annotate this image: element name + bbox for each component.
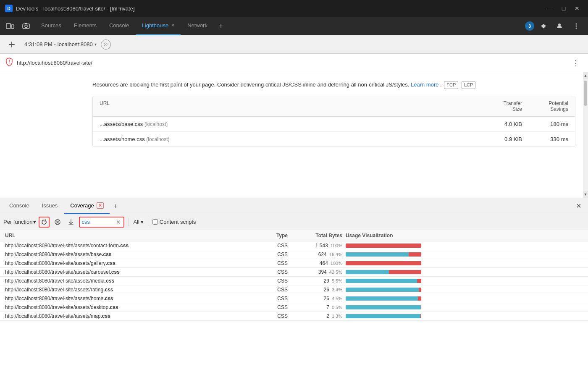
coverage-vis: [342, 244, 583, 248]
add-workspace-button[interactable]: [5, 38, 18, 51]
coverage-row[interactable]: http://localhost:8080/travel-site/assets…: [0, 250, 588, 259]
svg-point-5: [25, 25, 27, 27]
coverage-row[interactable]: http://localhost:8080/travel-site/assets…: [0, 259, 588, 268]
coverage-row[interactable]: http://localhost:8080/travel-site/assets…: [0, 268, 588, 277]
coverage-row[interactable]: http://localhost:8080/travel-site/assets…: [0, 312, 588, 321]
drawer-add-tab-button[interactable]: +: [110, 202, 121, 210]
coverage-type: CSS: [246, 304, 288, 310]
svg-text:!: !: [8, 59, 10, 65]
lh-table-row-1[interactable]: ...assets/base.css (localhost) 4.0 KiB 1…: [93, 117, 575, 132]
close-button[interactable]: ✕: [571, 3, 583, 14]
unused-bar: [419, 288, 421, 292]
coverage-vis: [342, 279, 583, 283]
svg-text:D: D: [7, 6, 10, 11]
coverage-url: http://localhost:8080/travel-site/assets…: [5, 269, 246, 275]
coverage-row[interactable]: http://localhost:8080/travel-site/assets…: [0, 285, 588, 294]
customize-button[interactable]: [570, 19, 583, 33]
scroll-track[interactable]: [583, 72, 588, 198]
coverage-bar: [346, 296, 421, 301]
scroll-up-arrow[interactable]: ▲: [583, 72, 588, 79]
coverage-bar: [346, 270, 421, 274]
coverage-row[interactable]: http://localhost:8080/travel-site/assets…: [0, 241, 588, 250]
content-scripts-checkbox[interactable]: [152, 219, 158, 225]
clear-button[interactable]: [52, 217, 63, 228]
tab-elements[interactable]: Elements: [68, 17, 102, 35]
lh-table-header: URL TransferSize PotentialSavings: [93, 96, 575, 117]
device-toggle-button[interactable]: [3, 19, 17, 33]
lh-resource-table: URL TransferSize PotentialSavings ...ass…: [92, 96, 575, 147]
coverage-url: http://localhost:8080/travel-site/assets…: [5, 296, 246, 301]
url-bar-area: 4:31:08 PM - localhost:8080 ▾ ⊘: [0, 35, 588, 54]
lh-table-row-2[interactable]: ...assets/home.css (localhost) 0.9 KiB 3…: [93, 132, 575, 147]
scroll-down-arrow[interactable]: ▼: [583, 191, 588, 198]
no-entry-button[interactable]: ⊘: [101, 39, 111, 50]
maximize-button[interactable]: □: [558, 3, 570, 14]
tab-console[interactable]: Console: [103, 17, 135, 35]
coverage-vis: [342, 296, 583, 301]
add-tab-button[interactable]: +: [214, 19, 228, 33]
reload-button[interactable]: [39, 217, 50, 228]
drawer-tab-issues[interactable]: Issues: [36, 198, 64, 214]
issues-badge[interactable]: 3: [525, 21, 534, 31]
settings-button[interactable]: [536, 19, 549, 33]
download-button[interactable]: [66, 217, 76, 228]
coverage-url: http://localhost:8080/travel-site/assets…: [5, 243, 246, 249]
drawer-tab-coverage[interactable]: Coverage ✕: [64, 198, 109, 214]
coverage-type: CSS: [246, 260, 288, 266]
coverage-unused: 1 543 100%: [288, 243, 342, 249]
coverage-type: CSS: [246, 313, 288, 319]
security-url-bar: ! http://localhost:8080/travel-site/ ⋮: [0, 54, 588, 72]
devtools-icon: D: [5, 5, 13, 12]
coverage-unused: 2 1.3%: [288, 313, 342, 319]
coverage-unused: 394 42.5%: [288, 269, 342, 275]
tab-network[interactable]: Network: [181, 17, 213, 35]
tab-lighthouse-close[interactable]: ✕: [171, 23, 175, 28]
coverage-url: http://localhost:8080/travel-site/assets…: [5, 251, 246, 257]
drawer-tab-coverage-close[interactable]: ✕: [97, 202, 104, 209]
title-bar: D DevTools - localhost:8080/travel-site/…: [0, 0, 588, 17]
coverage-vis: [342, 305, 583, 309]
coverage-url: http://localhost:8080/travel-site/assets…: [5, 304, 246, 310]
drawer-tab-console[interactable]: Console: [3, 198, 35, 214]
unused-bar: [346, 244, 421, 248]
svg-rect-6: [25, 23, 27, 24]
learn-more-link[interactable]: Learn more: [411, 81, 438, 88]
coverage-type: CSS: [246, 269, 288, 275]
drawer-close-button[interactable]: ✕: [572, 200, 585, 212]
filter-search-box[interactable]: ✕: [79, 217, 124, 228]
svg-rect-2: [6, 24, 10, 29]
filter-input[interactable]: [81, 219, 115, 225]
used-bar: [346, 305, 421, 309]
coverage-row[interactable]: http://localhost:8080/travel-site/assets…: [0, 277, 588, 285]
user-profile-button[interactable]: [553, 19, 566, 33]
filter-clear-button[interactable]: ✕: [115, 219, 122, 225]
minimize-button[interactable]: —: [544, 3, 556, 14]
screenshot-button[interactable]: [19, 19, 33, 33]
more-options-button[interactable]: ⋮: [569, 57, 583, 69]
coverage-url: http://localhost:8080/travel-site/assets…: [5, 260, 246, 266]
host-chevron-icon[interactable]: ▾: [94, 42, 97, 47]
content-scripts-checkbox-label[interactable]: Content scripts: [152, 219, 196, 225]
coverage-vis: [342, 314, 583, 318]
drawer-tabbar: Console Issues Coverage ✕ + ✕: [0, 198, 588, 214]
fcp-badge: FCP: [444, 81, 458, 89]
coverage-row[interactable]: http://localhost:8080/travel-site/assets…: [0, 303, 588, 312]
svg-point-9: [576, 25, 577, 26]
unused-bar: [421, 305, 421, 309]
coverage-row[interactable]: http://localhost:8080/travel-site/assets…: [0, 294, 588, 303]
unused-bar: [409, 252, 421, 257]
all-filter-select[interactable]: All ▾: [133, 219, 143, 225]
svg-rect-3: [11, 25, 14, 29]
coverage-table: URL Type Total Bytes Usage Visualization…: [0, 230, 588, 385]
devtools-tabbar: Sources Elements Console Lighthouse ✕ Ne…: [0, 17, 588, 35]
coverage-vis: [342, 261, 583, 265]
used-bar: [346, 288, 419, 292]
tab-sources[interactable]: Sources: [35, 17, 67, 35]
separator: [129, 218, 129, 226]
coverage-bar: [346, 244, 421, 248]
coverage-unused: 26 3.4%: [288, 287, 342, 293]
tab-lighthouse[interactable]: Lighthouse ✕: [136, 17, 181, 35]
scroll-thumb[interactable]: [584, 81, 587, 106]
used-bar: [346, 270, 389, 274]
function-mode-select[interactable]: Per function ▾: [3, 219, 36, 225]
